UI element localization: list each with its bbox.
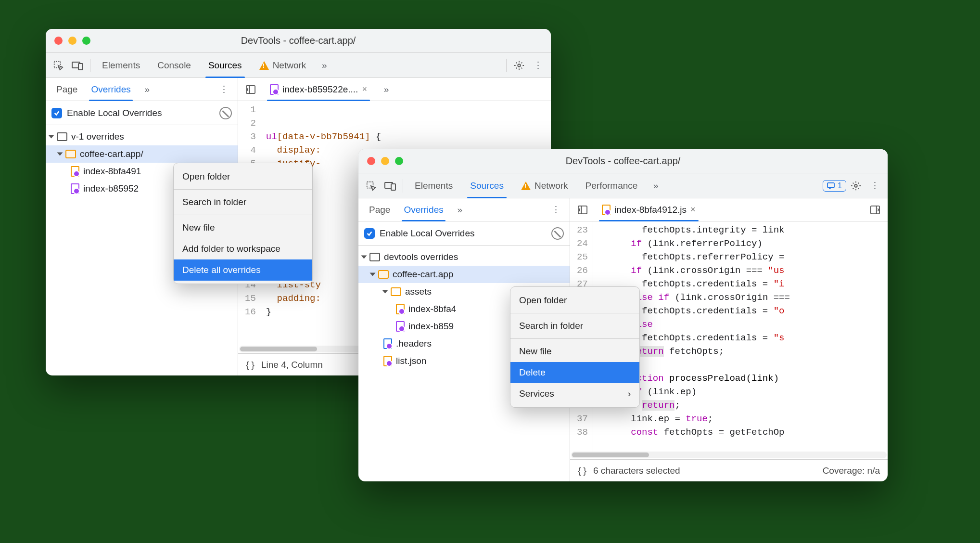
file-icon <box>270 84 279 95</box>
sidebar-tabs: Page Overrides » ⋮ <box>46 78 238 101</box>
more-tabs-icon[interactable]: » <box>315 56 334 75</box>
subtab-page[interactable]: Page <box>362 198 397 221</box>
settings-icon[interactable] <box>509 56 529 75</box>
main-toolbar: Elements Sources Network Performance » 1… <box>358 173 888 198</box>
svg-rect-9 <box>827 182 834 187</box>
more-tabs-icon[interactable]: » <box>646 176 665 195</box>
ctx-new-file[interactable]: New file <box>510 341 639 362</box>
more-subtabs-icon[interactable]: » <box>450 200 470 220</box>
context-menu-folder: Open folder Search in folder New file De… <box>510 286 640 408</box>
zoom-window-button[interactable] <box>82 37 90 45</box>
clear-icon[interactable] <box>551 227 564 240</box>
tab-elements[interactable]: Elements <box>406 173 461 198</box>
braces-icon[interactable]: { } <box>246 360 255 370</box>
toggle-nav-left-icon[interactable] <box>573 200 592 220</box>
horizontal-scrollbar[interactable] <box>571 452 887 458</box>
tree-root[interactable]: v-1 overrides <box>46 128 238 145</box>
tab-network[interactable]: Network <box>512 173 577 198</box>
enable-overrides-label: Enable Local Overrides <box>67 108 162 118</box>
braces-icon[interactable]: { } <box>578 465 586 476</box>
window-controls <box>46 37 99 45</box>
selection-info: 6 characters selected <box>593 465 680 476</box>
ctx-services[interactable]: Services › <box>510 383 639 404</box>
open-file-tab[interactable]: index-8bfa4912.js × <box>596 198 701 221</box>
tree-domain[interactable]: coffee-cart.app/ <box>46 145 238 163</box>
close-tab-icon[interactable]: × <box>690 205 696 215</box>
enable-overrides-label: Enable Local Overrides <box>380 228 475 239</box>
svg-rect-6 <box>367 181 373 188</box>
minimize-window-button[interactable] <box>68 37 76 45</box>
device-toggle-icon[interactable] <box>381 176 400 195</box>
ctx-new-file[interactable]: New file <box>174 217 312 238</box>
subtab-overrides[interactable]: Overrides <box>84 78 137 101</box>
enable-overrides-checkbox[interactable] <box>51 108 62 118</box>
kebab-menu-icon[interactable]: ⋮ <box>865 176 885 195</box>
ctx-search-folder[interactable]: Search in folder <box>510 315 639 336</box>
close-tab-icon[interactable]: × <box>362 84 367 94</box>
more-subtabs-icon[interactable]: » <box>138 80 157 99</box>
warning-icon <box>259 61 269 70</box>
toggle-nav-icon[interactable] <box>241 80 260 99</box>
inspect-icon[interactable] <box>49 56 68 75</box>
editor-tabs: index-8bfa4912.js × <box>570 198 888 221</box>
open-file-tab[interactable]: index-b859522e.... × <box>264 78 373 101</box>
tab-sources[interactable]: Sources <box>200 53 251 78</box>
window-title: DevTools - coffee-cart.app/ <box>46 35 551 46</box>
zoom-window-button[interactable] <box>395 157 403 165</box>
messages-badge[interactable]: 1 <box>823 180 846 192</box>
more-file-tabs-icon[interactable]: » <box>377 80 396 99</box>
close-window-button[interactable] <box>54 37 63 45</box>
enable-overrides-row: Enable Local Overrides <box>46 101 238 125</box>
svg-rect-8 <box>391 184 395 190</box>
ctx-delete[interactable]: Delete <box>510 362 639 383</box>
sidebar-kebab-icon[interactable]: ⋮ <box>547 200 566 220</box>
file-icon <box>602 205 611 215</box>
svg-rect-2 <box>78 64 83 70</box>
ctx-search-folder[interactable]: Search in folder <box>174 192 312 213</box>
toggle-nav-right-icon[interactable] <box>865 200 885 220</box>
sidebar-tabs: Page Overrides » ⋮ <box>358 198 570 221</box>
tab-sources[interactable]: Sources <box>461 173 512 198</box>
context-menu-overrides: Open folder Search in folder New file Ad… <box>173 163 313 284</box>
clear-icon[interactable] <box>219 107 232 119</box>
ctx-open-folder[interactable]: Open folder <box>174 166 312 187</box>
sidebar-kebab-icon[interactable]: ⋮ <box>215 80 234 99</box>
settings-icon[interactable] <box>846 176 865 195</box>
kebab-menu-icon[interactable]: ⋮ <box>529 56 548 75</box>
warning-icon <box>521 181 531 190</box>
window-title: DevTools - coffee-cart.app/ <box>358 155 888 167</box>
tab-elements[interactable]: Elements <box>93 53 149 78</box>
subtab-page[interactable]: Page <box>50 78 84 101</box>
ctx-add-folder[interactable]: Add folder to workspace <box>174 238 312 259</box>
subtab-overrides[interactable]: Overrides <box>397 198 450 221</box>
window-controls <box>358 157 412 165</box>
minimize-window-button[interactable] <box>381 157 389 165</box>
chevron-right-icon: › <box>628 388 631 399</box>
tree-domain[interactable]: coffee-cart.app <box>358 266 570 283</box>
titlebar: DevTools - coffee-cart.app/ <box>358 149 888 173</box>
tab-console[interactable]: Console <box>149 53 200 78</box>
cursor-position: Line 4, Column <box>261 360 323 370</box>
coverage-info: Coverage: n/a <box>823 465 880 476</box>
enable-overrides-checkbox[interactable] <box>364 228 375 239</box>
ctx-open-folder[interactable]: Open folder <box>510 290 639 311</box>
device-toggle-icon[interactable] <box>68 56 87 75</box>
svg-point-10 <box>854 184 857 187</box>
main-toolbar: Elements Console Sources Network » ⋮ <box>46 53 551 78</box>
titlebar: DevTools - coffee-cart.app/ <box>46 29 551 53</box>
close-window-button[interactable] <box>367 157 375 165</box>
svg-rect-0 <box>54 61 61 67</box>
status-bar: { } 6 characters selected Coverage: n/a <box>570 459 888 481</box>
enable-overrides-row: Enable Local Overrides <box>358 221 570 246</box>
tab-network[interactable]: Network <box>251 53 315 78</box>
tab-performance[interactable]: Performance <box>577 173 647 198</box>
svg-point-3 <box>518 64 521 67</box>
editor-tabs: index-b859522e.... × » <box>238 78 551 101</box>
inspect-icon[interactable] <box>361 176 381 195</box>
ctx-delete-all-overrides[interactable]: Delete all overrides <box>174 259 312 281</box>
tree-root[interactable]: devtools overrides <box>358 248 570 266</box>
